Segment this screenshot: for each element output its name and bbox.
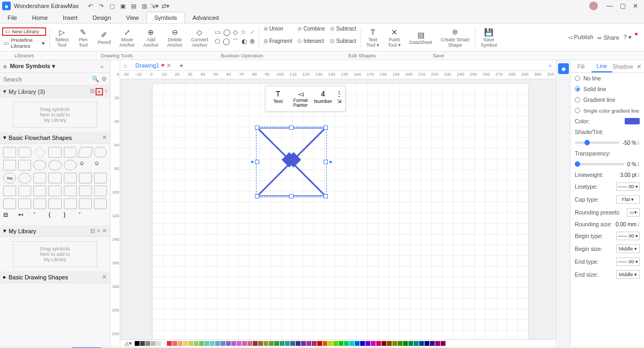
handle[interactable] <box>289 194 294 198</box>
color-swatch[interactable] <box>167 341 172 346</box>
settings-icon[interactable]: ⚙ <box>101 76 107 83</box>
color-swatch[interactable] <box>425 341 429 346</box>
menu-file[interactable]: File <box>0 12 25 23</box>
menu-insert[interactable]: Insert <box>55 12 85 23</box>
qa-icon[interactable]: ▤ <box>129 2 138 10</box>
menu-design[interactable]: Design <box>85 12 119 23</box>
color-swatch[interactable] <box>296 341 301 346</box>
color-swatch[interactable] <box>237 341 241 346</box>
bool-union[interactable]: ⊕Union <box>264 26 292 37</box>
shape-item[interactable] <box>18 173 31 183</box>
color-swatch[interactable] <box>398 341 402 346</box>
color-swatch[interactable] <box>339 341 343 346</box>
color-swatch[interactable] <box>226 341 231 346</box>
search-icon[interactable]: 🔍 <box>92 76 99 83</box>
color-swatch[interactable] <box>215 341 220 346</box>
shape-primitive[interactable]: ⌒ <box>232 38 239 47</box>
edit-create-smart[interactable]: ❊Create SmartShape <box>436 24 474 51</box>
shape-item[interactable] <box>3 160 16 171</box>
color-swatch[interactable] <box>349 341 354 346</box>
color-swatch[interactable] <box>312 341 317 346</box>
gradline-radio[interactable]: Gradient line <box>570 94 644 105</box>
color-swatch[interactable] <box>328 341 333 346</box>
mylib2-dropzone[interactable]: Drag symbols here to add to My Library <box>13 241 97 267</box>
color-swatch[interactable] <box>145 341 150 346</box>
color-swatch[interactable] <box>264 341 268 346</box>
menu-advanced[interactable]: Advanced <box>185 12 226 23</box>
close-panel-icon[interactable]: ✕ <box>633 60 644 72</box>
publish-button[interactable]: ◅ Publish <box>568 34 593 41</box>
shape-item[interactable]: ˘ <box>33 211 46 222</box>
color-swatch[interactable] <box>172 341 177 346</box>
color-swatch[interactable] <box>625 118 640 124</box>
edit-point[interactable]: ✕PointTool ▾ <box>384 24 405 51</box>
shade-slider[interactable] <box>575 142 619 144</box>
lineweight-value[interactable]: 3.00 pt <box>620 172 636 178</box>
solidline-radio[interactable]: Solid line <box>570 84 644 94</box>
menu-symbols[interactable]: Symbols <box>147 12 185 23</box>
lib-options-icon[interactable]: ⊟ <box>90 88 94 95</box>
shape-item[interactable]: ☺ <box>94 160 107 171</box>
qa-icon[interactable]: ▣ <box>118 2 128 10</box>
tool-add[interactable]: ⊕AddAnchor <box>139 24 163 51</box>
shape-item[interactable] <box>18 160 31 171</box>
more-symbols-button[interactable]: More Symbols ▾ <box>10 63 55 70</box>
shape-item[interactable] <box>64 186 77 196</box>
maximize-icon[interactable]: ▢ <box>616 2 629 10</box>
save-symbol-button[interactable]: 💾 SaveSymbol <box>477 24 501 51</box>
shape-primitive[interactable]: ◇ <box>233 28 238 36</box>
mylib-expand-icon[interactable]: ▾ <box>3 88 6 95</box>
color-swatch[interactable] <box>210 341 215 346</box>
tab-shadow[interactable]: Shadow <box>612 60 633 72</box>
home-tab-icon[interactable]: ⌂ <box>120 62 130 69</box>
shape-item[interactable] <box>64 198 77 209</box>
roundsize-value[interactable]: 0.00 mm <box>616 221 636 227</box>
tool-select[interactable]: ▷SelectTool <box>51 24 73 51</box>
color-swatch[interactable] <box>387 341 392 346</box>
color-swatch[interactable] <box>221 341 225 346</box>
shape-item[interactable] <box>94 186 107 196</box>
predefine-libraries-button[interactable]: ▭ Predefine Libraries▾ <box>2 39 46 47</box>
shape-primitive[interactable]: ▭ <box>215 28 221 36</box>
number-button[interactable]: 4Number <box>312 87 334 110</box>
bool-subtract[interactable]: ⊖Subtract <box>330 26 356 37</box>
collapse-right-icon[interactable]: » <box>544 62 556 69</box>
tool-pen[interactable]: ✎PenTool <box>73 24 93 51</box>
color-swatch[interactable] <box>382 341 386 346</box>
shape-item[interactable]: ⊟ <box>3 211 16 222</box>
color-swatch[interactable] <box>392 341 397 346</box>
handle[interactable] <box>255 125 259 130</box>
shape-item[interactable] <box>3 198 16 209</box>
shape-item[interactable] <box>79 198 92 209</box>
color-swatch[interactable] <box>360 341 365 346</box>
shape-item[interactable] <box>33 173 46 183</box>
undo-icon[interactable]: ↶ <box>86 2 96 10</box>
shape-item[interactable] <box>33 186 46 196</box>
color-swatch[interactable] <box>135 341 140 346</box>
shape-item[interactable] <box>48 186 61 196</box>
transparency-slider[interactable] <box>575 163 624 165</box>
menu-home[interactable]: Home <box>25 12 55 23</box>
shape-item[interactable] <box>48 147 61 158</box>
tab-line[interactable]: Line <box>591 60 612 72</box>
shape-primitive[interactable]: ◐ <box>241 38 247 47</box>
selected-shape[interactable] <box>257 128 326 196</box>
shape-item[interactable] <box>64 147 77 158</box>
color-swatch[interactable] <box>151 341 156 346</box>
handle[interactable] <box>324 160 328 164</box>
shape-item[interactable] <box>79 173 92 183</box>
shape-item[interactable] <box>48 160 61 171</box>
color-swatch[interactable] <box>435 341 440 346</box>
color-swatch[interactable] <box>376 341 381 346</box>
shape-item[interactable] <box>94 198 107 209</box>
handle[interactable] <box>255 194 259 198</box>
menu-view[interactable]: View <box>119 12 147 23</box>
expand-icon[interactable]: ▸ <box>3 273 6 280</box>
shape-item[interactable] <box>94 147 107 158</box>
add-to-library-button[interactable]: + <box>96 88 103 95</box>
shape-primitive[interactable]: ◯ <box>223 28 230 36</box>
shape-item[interactable]: ˘ <box>79 211 92 222</box>
begintype-select[interactable]: —— 00 ▾ <box>616 232 640 240</box>
shape-item[interactable] <box>94 173 107 183</box>
color-swatch[interactable] <box>242 341 247 346</box>
